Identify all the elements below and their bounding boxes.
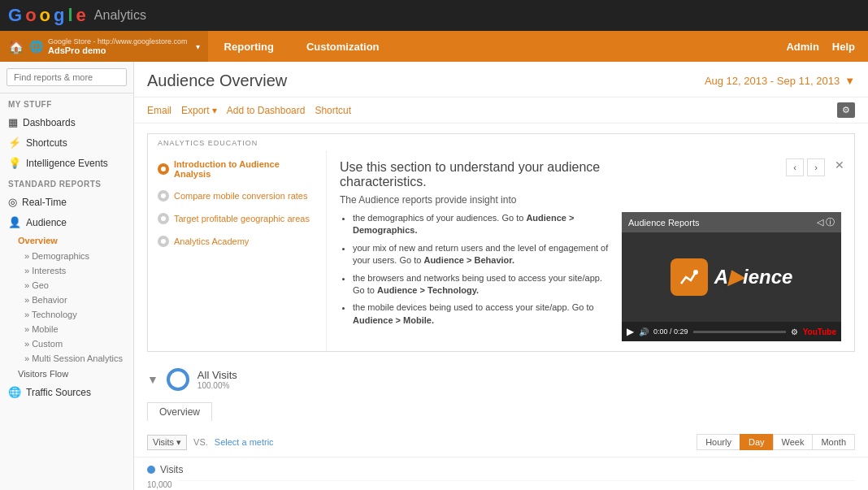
edu-item-2[interactable]: Target profitable geographic areas [148,207,326,230]
settings-icon-button[interactable]: ⚙ [837,102,855,118]
edu-item-label-1: Compare mobile conversion rates [174,191,307,201]
edu-item-label-0: Introduction to Audience Analysis [174,159,316,179]
realtime-label: Real-Time [22,197,67,208]
edu-close-button[interactable]: ✕ [835,158,844,171]
video-controls: ▶ 🔊 0:00 / 0:29 ⚙ YouTube [622,322,841,341]
home-icon[interactable]: 🏠 [8,39,24,54]
edu-item-label-3: Analytics Academy [174,236,249,246]
nav-help-link[interactable]: Help [832,41,855,53]
video-share-icon: ◁ ⓘ [817,216,835,228]
edu-content: Introduction to Audience Analysis Compar… [148,150,854,351]
edu-bullet-0: the demographics of your audiences. Go t… [353,212,612,237]
edu-prev-button[interactable]: ‹ [786,158,804,176]
search-input[interactable] [7,68,127,86]
sidebar-item-realtime[interactable]: ◎ Real-Time [0,192,133,212]
sidebar-item-geo[interactable]: » Geo [0,278,133,293]
time-btn-week[interactable]: Week [773,434,813,450]
visits-info: All Visits 100.00% [197,369,237,390]
sidebar-item-intelligence[interactable]: 💡 Intelligence Events [0,153,133,173]
intelligence-label: Intelligence Events [26,158,108,169]
google-top-bar: G o o g l e Analytics [0,0,868,31]
sidebar-item-audience[interactable]: 👤 Audience [0,212,133,232]
date-range-selector[interactable]: Aug 12, 2013 - Sep 11, 2013 ▼ [705,75,855,87]
chart-area: Visits 10,000 5,000 [134,457,868,490]
sidebar-item-technology[interactable]: » Technology [0,307,133,322]
dashboards-icon: ▦ [8,116,18,128]
sidebar-item-behavior[interactable]: » Behavior [0,293,133,307]
legend-dot [147,466,155,474]
video-progress-bar[interactable] [693,331,786,333]
sidebar-my-stuff-label: MY STUFF [0,93,133,112]
sidebar-item-mobile[interactable]: » Mobile [0,322,133,336]
page-title: Audience Overview [147,72,287,90]
logo-o2: o [40,5,50,26]
site-dropdown-arrow[interactable]: ▾ [196,42,200,51]
nav-site-selector[interactable]: 🏠 🌐 Google Store - http://www.googlestor… [0,31,208,62]
visits-chevron-icon[interactable]: ▼ [147,373,158,386]
edu-item-0[interactable]: Introduction to Audience Analysis [148,154,326,184]
sidebar-item-visitorsflow[interactable]: Visitors Flow [0,366,133,382]
time-btn-day[interactable]: Day [740,434,773,450]
edu-heading: Use this section to understand your audi… [340,160,681,189]
shortcuts-icon: ⚡ [8,137,21,149]
edu-bullet-2: the browsers and networks being used to … [353,272,612,297]
toolbar: Email Export ▾ Add to Dashboard Shortcut… [134,98,868,124]
time-btn-month[interactable]: Month [812,434,855,450]
time-btn-hourly[interactable]: Hourly [697,434,740,450]
overview-tab[interactable]: Overview [147,402,212,421]
intelligence-icon: 💡 [8,157,21,169]
edu-dot-1 [158,190,169,202]
video-speaker-icon[interactable]: 🔊 [639,327,649,336]
video-thumbnail[interactable]: A▶ience [622,232,841,322]
sidebar-item-overview[interactable]: Overview [0,232,133,249]
nav-tab-customization[interactable]: Customization [290,31,396,62]
vs-label: VS. [193,437,208,447]
video-settings-icon[interactable]: ⚙ [791,327,798,336]
edu-nav-list: Introduction to Audience Analysis Compar… [148,150,327,351]
globe-icon: 🌐 [29,40,43,53]
date-range-text: Aug 12, 2013 - Sep 11, 2013 [705,75,840,87]
visits-header: ▼ All Visits 100.00% [147,368,855,391]
nav-tab-reporting[interactable]: Reporting [208,31,290,62]
shortcut-button[interactable]: Shortcut [315,105,351,116]
add-dashboard-button[interactable]: Add to Dashboard [227,105,306,116]
traffic-icon: 🌐 [8,386,21,398]
chart-svg-container [177,480,855,490]
sidebar-item-trafficsources[interactable]: 🌐 Traffic Sources [0,382,133,402]
metric1-arrow: ▾ [176,437,181,448]
edu-item-1[interactable]: Compare mobile conversion rates [148,184,326,207]
analytics-product-name: Analytics [94,8,146,23]
email-button[interactable]: Email [147,105,171,116]
metric1-selector[interactable]: Visits ▾ [147,435,187,450]
edu-body: the demographics of your audiences. Go t… [340,212,841,341]
sidebar-item-shortcuts[interactable]: ⚡ Shortcuts [0,132,133,153]
site-url: Google Store - http://www.googlestore.co… [48,37,188,46]
google-logo: G o o g l e Analytics [8,5,146,26]
time-range-buttons: Hourly Day Week Month [697,434,855,450]
youtube-icon: YouTube [803,327,836,336]
visits-donut-chart [167,368,189,391]
site-name: AdsPro demo [48,46,188,55]
edu-item-3[interactable]: Analytics Academy [148,230,326,253]
nav-admin-link[interactable]: Admin [786,41,818,53]
logo-g2: g [54,5,64,26]
audience-label: Audience [26,217,67,228]
overview-tab-section: Overview [134,402,868,427]
sidebar-item-demographics[interactable]: » Demographics [0,249,133,263]
traffic-label: Traffic Sources [26,387,91,398]
chart-legend: Visits [147,464,855,475]
sidebar-item-multisession[interactable]: » Multi Session Analytics [0,351,133,366]
shortcuts-label: Shortcuts [26,137,67,149]
logo-e: e [76,5,86,26]
edu-dot-3 [158,236,169,247]
sidebar-item-interests[interactable]: » Interests [0,263,133,278]
video-title-text: Audience Reports [628,218,699,228]
video-play-button[interactable]: ▶ [627,326,634,337]
sidebar-item-dashboards[interactable]: ▦ Dashboards [0,112,133,132]
edu-next-button[interactable]: › [807,158,825,176]
export-button[interactable]: Export ▾ [181,105,217,116]
metric2-selector[interactable]: Select a metric [215,437,274,447]
sidebar-item-custom[interactable]: » Custom [0,336,133,351]
nav-bar: 🏠 🌐 Google Store - http://www.googlestor… [0,31,868,62]
export-arrow-icon: ▾ [212,105,217,116]
